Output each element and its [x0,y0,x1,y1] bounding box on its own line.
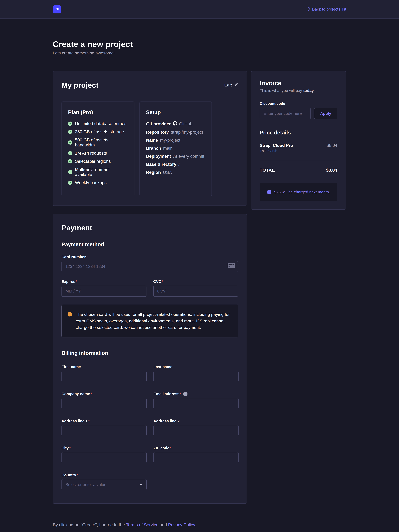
setup-subcard: Setup Git provider GitHub [139,101,212,196]
check-circle-icon [68,140,72,145]
plan-feature-label: Multi-environment available [75,167,128,177]
setup-row-git-provider: Git provider GitHub [146,121,205,127]
credit-card-icon [228,263,235,268]
card-number-label: Card Number [61,255,88,259]
plan-feature-item: Unlimited database entries [68,121,128,126]
plan-feature-label: Unlimited database entries [75,121,126,126]
line-item-period: This month [260,149,337,153]
discount-code-input[interactable] [260,108,311,119]
last-name-input[interactable] [153,371,239,382]
payment-title: Payment [61,223,238,232]
chevron-down-icon [140,484,143,486]
plan-feature-item: 1M API requests [68,151,128,156]
expires-label: Expires [61,279,77,284]
setup-row-region: Region USA [146,170,205,175]
cvc-input[interactable] [153,286,238,297]
plan-feature-label: 500 GB of assets bandwidth [75,138,128,147]
invoice-title: Invoice [260,79,337,87]
cvc-label: CVC [153,279,164,284]
next-month-charge-note: i $75 will be charged next month. [260,183,337,201]
next-month-charge-text: $75 will be charged next month. [274,190,330,194]
line-item-amount: $8.04 [327,143,337,148]
invoice-total-row: TOTAL $8.04 [260,168,337,173]
plan-feature-list: Unlimited database entries 250 GB of ass… [68,121,128,185]
line-item-name: Strapi Cloud Pro [260,143,293,148]
top-navigation-bar: Back to projects list [0,0,399,19]
my-project-card: My project Edit Plan (P [53,71,247,206]
billing-information-title: Billing information [61,350,238,356]
plan-subcard: Plan (Pro) Unlimited database entries 25… [61,101,134,196]
github-icon [173,121,177,127]
check-circle-icon [68,170,72,174]
email-address-input[interactable] [153,398,239,409]
terms-of-service-link[interactable]: Terms of Service [126,522,158,527]
city-label: City [61,446,71,450]
privacy-policy-link[interactable]: Privacy Policy [168,522,195,527]
company-name-input[interactable] [61,398,147,409]
check-circle-icon [68,121,72,126]
strapi-logo-icon [53,5,61,13]
plan-feature-item: 500 GB of assets bandwidth [68,138,128,147]
first-name-input[interactable] [61,371,147,382]
email-info-icon[interactable]: i [183,392,188,396]
payment-card: Payment Payment method Card Number [53,214,247,504]
address-line-2-input[interactable] [153,425,239,436]
check-circle-icon [68,181,72,185]
plan-feature-label: 1M API requests [75,151,107,156]
country-select[interactable]: Select or enter a value [61,479,147,490]
edit-button-label: Edit [224,83,232,87]
plan-title: Plan (Pro) [68,109,128,115]
setup-value-git-provider: GitHub [179,121,192,127]
address-line-1-label: Address line 1 [61,419,90,423]
email-address-label: Email address [153,392,181,396]
setup-row-branch: Branch main [146,146,205,151]
plan-feature-item: Selectable regions [68,159,128,164]
pencil-icon [234,83,238,88]
country-select-placeholder: Select or enter a value [65,482,106,487]
check-circle-icon [68,151,72,155]
setup-row-base-directory: Base directory / [146,162,205,167]
card-usage-notice: ! The chosen card will be used for all p… [61,305,238,337]
plan-feature-item: Multi-environment available [68,167,128,177]
zip-code-input[interactable] [153,452,239,463]
card-number-input[interactable] [61,261,238,272]
plan-feature-item: Weekly backups [68,180,128,185]
invoice-subtitle: This is what you will pay today [260,88,337,93]
setup-title: Setup [146,109,205,115]
my-project-title: My project [61,81,98,89]
setup-row-deployment: Deployment At every commit [146,154,205,159]
page-title: Create a new project [53,39,346,49]
invoice-divider [260,160,337,160]
discount-code-label: Discount code [260,101,337,106]
agreement-text: By clicking on "Create", I agree to the … [53,522,247,527]
expires-input[interactable] [61,286,146,297]
country-label: Country [61,473,78,477]
invoice-panel: Invoice This is what you will pay today … [251,71,346,209]
payment-method-title: Payment method [61,241,238,247]
warning-icon: ! [68,312,72,317]
back-link-label: Back to projects list [312,7,346,12]
invoice-line-item: Strapi Cloud Pro $8.04 [260,143,337,148]
check-circle-icon [68,159,72,164]
last-name-label: Last name [153,365,172,369]
city-input[interactable] [61,452,147,463]
apply-discount-button[interactable]: Apply [314,108,337,119]
info-icon: i [267,190,271,194]
back-to-projects-link[interactable]: Back to projects list [306,7,346,12]
plan-feature-label: Selectable regions [75,159,111,164]
back-arrow-icon [306,7,310,12]
plan-feature-label: Weekly backups [75,180,107,185]
edit-button[interactable]: Edit [224,83,238,88]
price-details-title: Price details [260,130,337,136]
total-amount: $8.04 [326,168,337,173]
company-name-label: Company name [61,392,92,396]
address-line-2-label: Address line 2 [153,419,180,423]
address-line-1-input[interactable] [61,425,147,436]
plan-feature-label: 250 GB of assets storage [75,129,124,134]
total-label: TOTAL [260,168,275,173]
setup-row-repository: Repository strapi/my-project [146,130,205,135]
card-usage-notice-text: The chosen card will be used for all pro… [76,311,231,331]
plan-feature-item: 250 GB of assets storage [68,129,128,134]
setup-row-name: Name my-project [146,138,205,143]
page-subtitle: Lets create something awesome! [53,51,346,56]
